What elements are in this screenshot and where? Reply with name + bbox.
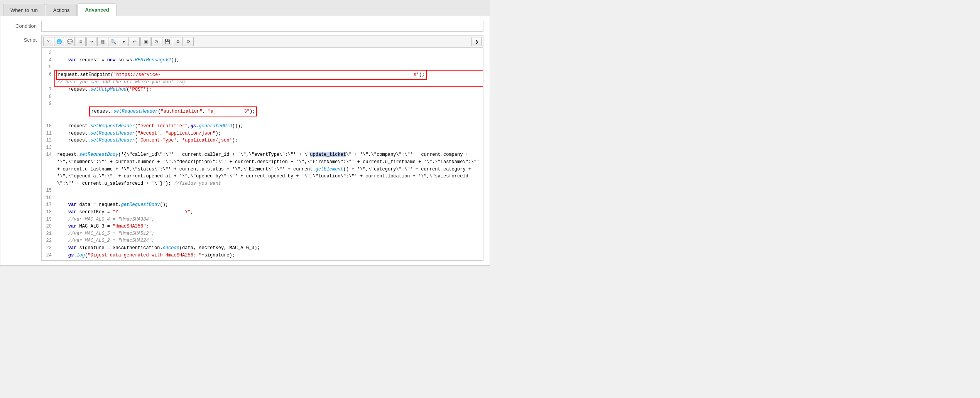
code-line-18: 18 var secretKey = "Y Y"; xyxy=(42,209,483,216)
code-line-12: 12 request.setRequestHeader('Content-Typ… xyxy=(42,137,483,144)
refresh-icon-btn[interactable]: ⟳ xyxy=(184,37,194,46)
code-editor[interactable]: 3 4 var request = new sn_ws.RESTMessageV… xyxy=(42,48,483,260)
page-icon-btn[interactable]: ▣ xyxy=(140,37,150,46)
code-line-21: 21 //var MAC_ALG_5 = "HmacSHA512"; xyxy=(42,230,483,238)
condition-control xyxy=(41,21,483,32)
expand-btn[interactable]: ❯ xyxy=(471,37,482,46)
tabs-bar: When to run Actions Advanced xyxy=(0,0,490,16)
settings-icon-btn[interactable]: ⚙ xyxy=(173,37,183,46)
table-icon-btn[interactable]: ▦ xyxy=(97,37,107,46)
code-line-6: 6 request.setEndpoint('https://service- … xyxy=(42,71,483,86)
condition-label: Condition xyxy=(7,21,41,29)
indent-icon-btn[interactable]: ⇥ xyxy=(86,37,96,46)
code-line-10: 10 request.setRequestHeader("event-ident… xyxy=(42,123,483,130)
code-line-20: 20 var MAC_ALG_3 = "HmacSHA256"; xyxy=(42,223,483,230)
code-line-19: 19 //var MAC_ALG_4 = "HmacSHA384"; xyxy=(42,216,483,223)
search-icon-btn[interactable]: 🔍 xyxy=(108,37,118,46)
condition-input[interactable] xyxy=(41,21,483,32)
code-line-17: 17 var data = request.getRequestBody(); xyxy=(42,201,483,209)
dropdown-icon-btn[interactable]: ▾ xyxy=(119,37,129,46)
code-line-11: 11 request.setRequestHeader("Accept", "a… xyxy=(42,130,483,137)
undo-icon-btn[interactable]: ↩ xyxy=(130,37,140,46)
code-line-4: 4 var request = new sn_ws.RESTMessageV2(… xyxy=(42,57,483,64)
tab-actions[interactable]: Actions xyxy=(46,4,77,16)
globe-icon-btn[interactable]: 🌐 xyxy=(54,37,64,46)
list-icon-btn[interactable]: ≡ xyxy=(76,37,86,46)
code-line-14: 14 request.setRequestBody('{\"caller_id\… xyxy=(42,151,483,187)
code-line-8: 8 xyxy=(42,93,483,101)
code-line-13: 13 xyxy=(42,144,483,152)
code-line-22: 22 //var MAC_ALG_2 = "HmacSHA224"; xyxy=(42,237,483,245)
code-line-5: 5 xyxy=(42,64,483,71)
content-area: Condition Script ? 🌐 💬 ≡ ⇥ ▦ xyxy=(0,16,490,266)
script-toolbar: ? 🌐 💬 ≡ ⇥ ▦ 🔍 ▾ ↩ ▣ ⊙ xyxy=(42,36,483,48)
condition-row: Condition xyxy=(7,21,483,32)
tab-advanced[interactable]: Advanced xyxy=(78,3,116,16)
code-line-9: 9 request.setRequestHeader("authorizatio… xyxy=(42,100,483,123)
code-line-15: 15 xyxy=(42,187,483,194)
code-line-24: 24 gs.log("Digest data generated with Hm… xyxy=(42,252,483,259)
code-line-3: 3 xyxy=(42,49,483,57)
tab-when-to-run[interactable]: When to run xyxy=(3,4,45,16)
code-line-16: 16 xyxy=(42,194,483,202)
save-icon-btn[interactable]: 💾 xyxy=(162,37,172,46)
script-row: Script ? 🌐 💬 ≡ ⇥ ▦ 🔍 ▾ ↩ xyxy=(7,35,483,261)
script-label: Script xyxy=(7,35,41,43)
code-line-7: 7 request.setHttpMethod('POST'); xyxy=(42,86,483,93)
comment-icon-btn[interactable]: 💬 xyxy=(65,37,75,46)
help-icon-btn[interactable]: ? xyxy=(43,37,53,46)
script-container: ? 🌐 💬 ≡ ⇥ ▦ 🔍 ▾ ↩ ▣ ⊙ xyxy=(41,35,483,261)
circle-help-icon-btn[interactable]: ⊙ xyxy=(151,37,161,46)
code-line-23: 23 var signature = SncAuthentication.enc… xyxy=(42,245,483,252)
